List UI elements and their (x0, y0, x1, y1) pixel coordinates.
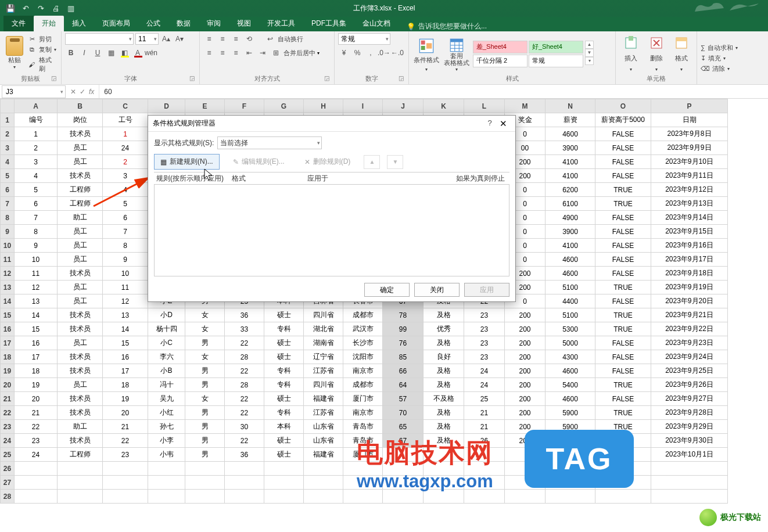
row-header[interactable]: 25 (1, 448, 15, 462)
cell[interactable]: 24 (15, 448, 58, 462)
cell[interactable]: 及格 (424, 406, 464, 420)
cell[interactable]: 200 (505, 392, 546, 406)
cell[interactable]: 硕士 (264, 392, 304, 406)
insert-cells-button[interactable]: 插入▾ (619, 36, 643, 72)
column-header[interactable]: A (15, 99, 58, 113)
print-icon[interactable]: 🖨 (50, 3, 62, 15)
cell[interactable]: 4300 (546, 350, 595, 364)
row-header[interactable]: 26 (1, 462, 15, 476)
cell[interactable] (185, 462, 225, 476)
cell[interactable]: 8 (15, 225, 58, 239)
cell[interactable]: TRUE (595, 308, 651, 322)
cell[interactable]: 7 (15, 211, 58, 225)
cell[interactable]: 2023年9月17日 (651, 253, 728, 267)
cell[interactable]: 23 (103, 448, 148, 462)
cell[interactable]: 成都市 (343, 378, 383, 392)
format-as-table-button[interactable]: 套用 表格格式▾ (443, 36, 471, 72)
increase-decimal-icon[interactable]: .0→ (378, 47, 390, 59)
formula-input[interactable]: 60 (99, 88, 768, 96)
cell[interactable]: 3900 (546, 141, 595, 155)
cell[interactable]: 15 (15, 322, 58, 336)
font-name-select[interactable] (65, 33, 134, 45)
cell[interactable]: 2023年9月12日 (651, 183, 728, 197)
cell[interactable]: 7 (103, 225, 148, 239)
align-right-icon[interactable]: ≡ (230, 47, 242, 59)
cell[interactable]: 200 (505, 378, 546, 392)
comma-button[interactable]: , (365, 47, 376, 59)
cell[interactable]: 日期 (651, 113, 728, 127)
cell[interactable]: 6 (103, 211, 148, 225)
cell[interactable]: 20 (103, 406, 148, 420)
cell[interactable] (225, 490, 264, 504)
column-header[interactable]: I (343, 99, 383, 113)
cell[interactable]: 薪资高于5000 (595, 113, 651, 127)
italic-button[interactable]: I (78, 47, 90, 59)
style-normal[interactable]: 常规 (529, 55, 583, 67)
style-good[interactable]: 好_Sheet4 (529, 41, 583, 53)
align-left-icon[interactable]: ≡ (203, 47, 215, 59)
cell[interactable]: 2023年9月14日 (651, 211, 728, 225)
cell[interactable]: 5100 (546, 281, 595, 294)
cell[interactable]: 4900 (546, 211, 595, 225)
increase-font-icon[interactable]: A▴ (160, 33, 172, 45)
cell[interactable]: 20 (15, 392, 58, 406)
cell[interactable]: 小D (148, 308, 185, 322)
cell[interactable] (651, 462, 728, 476)
cell[interactable]: 17 (103, 364, 148, 378)
gallery-up-icon[interactable]: ▲ (585, 41, 594, 49)
cell[interactable]: 小C (148, 336, 185, 350)
cell[interactable]: 小B (148, 364, 185, 378)
cell[interactable] (15, 462, 58, 476)
cell[interactable] (225, 462, 264, 476)
cell[interactable] (651, 476, 728, 490)
cell[interactable]: FALSE (595, 294, 651, 308)
cell[interactable]: 19 (15, 378, 58, 392)
row-header[interactable]: 13 (1, 281, 15, 294)
cell[interactable]: 岗位 (58, 113, 103, 127)
tab-review[interactable]: 审阅 (199, 16, 229, 31)
cell[interactable]: 66 (383, 364, 424, 378)
cell[interactable]: 4400 (546, 294, 595, 308)
cell[interactable]: 杨十四 (148, 322, 185, 336)
cell[interactable]: 12 (103, 294, 148, 308)
cell[interactable]: 21 (103, 420, 148, 434)
cell[interactable]: 22 (225, 406, 264, 420)
cell[interactable]: 男 (185, 406, 225, 420)
cell[interactable]: 技术员 (58, 267, 103, 281)
cell[interactable]: TRUE (595, 378, 651, 392)
cell[interactable]: 13 (15, 294, 58, 308)
cell[interactable]: 及格 (424, 364, 464, 378)
cell[interactable]: 9 (15, 239, 58, 253)
cell[interactable]: 青岛市 (343, 420, 383, 434)
cell[interactable]: 4600 (546, 392, 595, 406)
tab-home[interactable]: 开始 (34, 16, 64, 31)
cell[interactable] (464, 448, 505, 462)
cell[interactable]: 2023年9月10日 (651, 155, 728, 169)
cell[interactable]: 65 (383, 420, 424, 434)
cell[interactable]: 技术员 (58, 350, 103, 364)
cell[interactable] (58, 490, 103, 504)
cell[interactable]: 四川省 (304, 378, 343, 392)
cell[interactable]: 3 (15, 155, 58, 169)
cell[interactable]: 2023年9月8日 (651, 127, 728, 141)
dialog-help-icon[interactable]: ? (484, 118, 496, 129)
cell[interactable]: 员工 (58, 253, 103, 267)
cell[interactable]: 16 (103, 350, 148, 364)
cell[interactable]: 15 (103, 336, 148, 350)
new-rule-button[interactable]: ▦ 新建规则(N)... (154, 154, 220, 170)
cell[interactable]: 4600 (546, 127, 595, 141)
cell[interactable]: 专科 (264, 364, 304, 378)
tab-devtools[interactable]: 开发工具 (259, 16, 303, 31)
font-color-button[interactable]: A (132, 47, 143, 59)
cell[interactable] (424, 476, 464, 490)
currency-button[interactable]: ¥ (338, 47, 350, 59)
cell[interactable] (148, 462, 185, 476)
cell-styles-gallery[interactable]: 差_Sheet4 好_Sheet4 千位分隔 2 常规 (473, 41, 583, 67)
cell[interactable] (225, 476, 264, 490)
cell[interactable]: 2 (15, 141, 58, 155)
cell[interactable] (343, 490, 383, 504)
tab-file[interactable]: 文件 (3, 16, 34, 31)
cell[interactable]: 优秀 (424, 322, 464, 336)
cell[interactable] (505, 490, 546, 504)
cell[interactable] (185, 476, 225, 490)
